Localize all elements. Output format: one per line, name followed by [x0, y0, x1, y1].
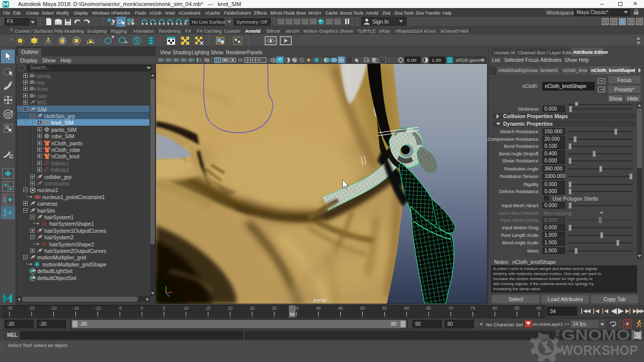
svg-text:55: 55 [382, 306, 387, 311]
svg-text:80: 80 [493, 306, 498, 311]
svg-text:70: 70 [448, 306, 453, 311]
svg-text:90: 90 [537, 306, 542, 311]
svg-text:20: 20 [228, 306, 233, 311]
svg-text:50: 50 [360, 306, 365, 311]
svg-text:-15: -15 [72, 306, 79, 311]
svg-text:85: 85 [515, 306, 520, 311]
svg-text:40: 40 [316, 306, 321, 311]
svg-text:-20: -20 [50, 306, 57, 311]
svg-text:75: 75 [470, 306, 475, 311]
svg-text:5: 5 [163, 306, 166, 311]
svg-text:-25: -25 [29, 306, 35, 311]
svg-text:GNOMON: GNOMON [561, 326, 643, 343]
svg-text:WORKSHOP: WORKSHOP [561, 342, 638, 358]
svg-text:65: 65 [426, 306, 431, 311]
svg-text:25: 25 [250, 306, 255, 311]
svg-text:T: T [261, 58, 264, 63]
svg-text:10: 10 [184, 306, 189, 311]
svg-text:-5: -5 [118, 306, 122, 311]
svg-text:34: 34 [289, 312, 294, 317]
svg-text:45: 45 [338, 306, 343, 311]
svg-text:15: 15 [206, 306, 211, 311]
svg-text:60: 60 [404, 306, 409, 311]
svg-text:THE: THE [555, 329, 560, 340]
svg-text:30: 30 [272, 306, 277, 311]
svg-text:-30: -30 [7, 306, 13, 311]
svg-text:0: 0 [141, 306, 143, 311]
svg-text:-10: -10 [95, 306, 101, 311]
